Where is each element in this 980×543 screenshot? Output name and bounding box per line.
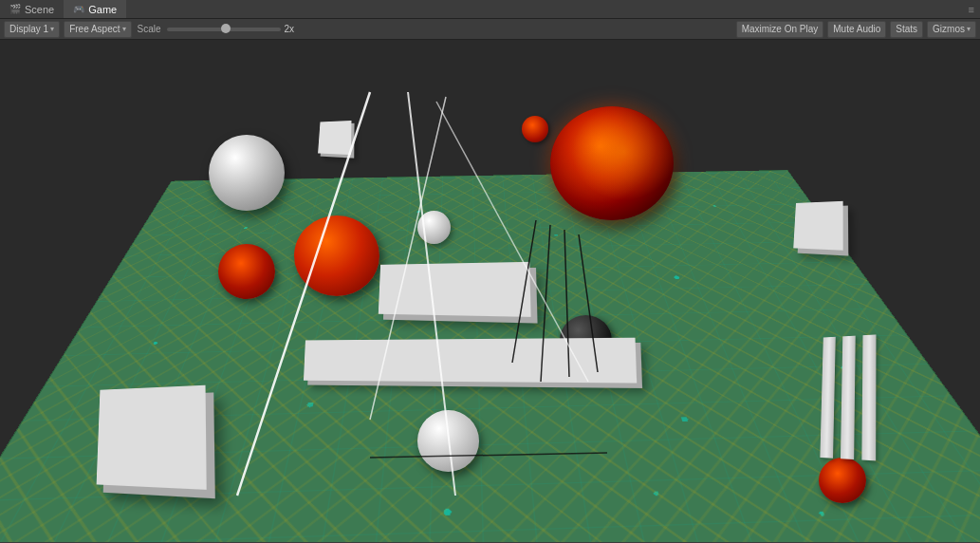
scale-slider-thumb[interactable] xyxy=(221,24,231,33)
stats-button[interactable]: Stats xyxy=(890,21,923,38)
sphere-lava-top xyxy=(522,116,548,142)
mute-label: Mute Audio xyxy=(833,24,880,34)
scale-control: Scale 2x xyxy=(136,24,295,34)
sphere-white-small xyxy=(417,211,451,244)
pillar-3 xyxy=(861,334,876,460)
aspect-label: Free Aspect xyxy=(69,24,120,34)
game-toolbar: Display 1 ▾ Free Aspect ▾ Scale 2x Maxim… xyxy=(0,19,980,40)
gizmos-button[interactable]: Gizmos ▾ xyxy=(927,21,976,38)
game-viewport xyxy=(0,40,980,542)
platform-white xyxy=(379,262,531,317)
aspect-select[interactable]: Free Aspect ▾ xyxy=(64,21,131,38)
pillar-1 xyxy=(820,337,835,459)
display-select[interactable]: Display 1 ▾ xyxy=(4,21,60,38)
gizmos-label: Gizmos xyxy=(933,24,965,34)
tab-game[interactable]: 🎮 Game xyxy=(64,0,126,18)
svg-line-7 xyxy=(370,453,607,458)
aspect-arrow-icon: ▾ xyxy=(122,25,126,33)
sphere-lava-large xyxy=(550,106,674,220)
sphere-lava-bottom-right xyxy=(819,458,866,503)
cube-white-large xyxy=(97,385,207,490)
display-label: Display 1 xyxy=(9,24,48,34)
game-icon: 🎮 xyxy=(73,4,84,14)
scene-objects xyxy=(0,40,980,542)
sphere-lava-medium xyxy=(294,215,379,296)
sphere-white-center xyxy=(417,410,479,472)
sphere-lava-small-left xyxy=(218,244,275,299)
sphere-white-large xyxy=(209,135,285,211)
tab-scene[interactable]: 🎬 Scene xyxy=(0,0,64,18)
scale-label: Scale xyxy=(136,24,163,34)
cube-white-small-top xyxy=(318,121,351,155)
pillars-group xyxy=(820,334,876,460)
maximize-on-play-button[interactable]: Maximize On Play xyxy=(736,21,824,38)
tab-bar: 🎬 Scene 🎮 Game ≡ xyxy=(0,0,980,19)
pillar-2 xyxy=(841,336,856,459)
tab-game-label: Game xyxy=(88,4,117,15)
gizmos-arrow-icon: ▾ xyxy=(967,25,971,33)
tab-scene-label: Scene xyxy=(25,4,54,15)
scale-value: 2x xyxy=(285,24,295,34)
tab-more-button[interactable]: ≡ xyxy=(963,4,980,15)
maximize-label: Maximize On Play xyxy=(742,24,819,34)
cube-white-right-top xyxy=(793,201,842,251)
display-arrow-icon: ▾ xyxy=(50,25,54,33)
scale-slider-track[interactable] xyxy=(167,28,281,31)
tab-more-icon: ≡ xyxy=(969,4,974,15)
mute-audio-button[interactable]: Mute Audio xyxy=(827,21,886,38)
stats-label: Stats xyxy=(896,24,917,34)
bar-white-long xyxy=(304,338,637,384)
toolbar-right-group: Maximize On Play Mute Audio Stats Gizmos… xyxy=(736,21,976,38)
scene-icon: 🎬 xyxy=(9,4,21,14)
